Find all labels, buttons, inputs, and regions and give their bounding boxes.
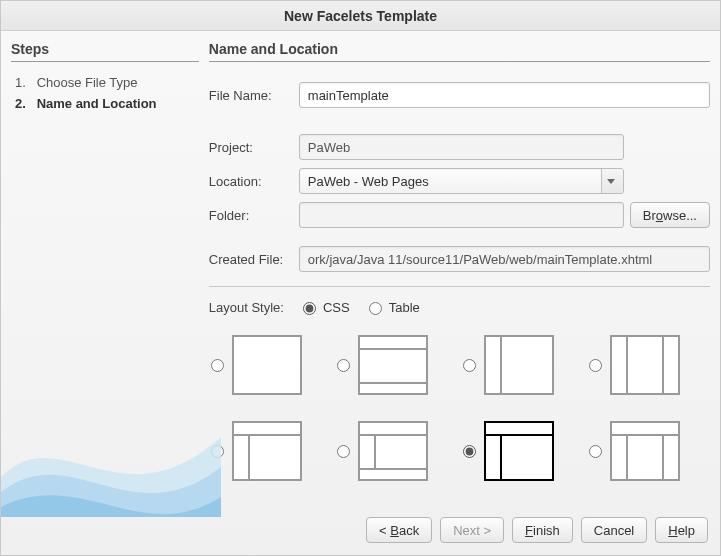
layout-radio[interactable] — [463, 359, 476, 372]
layout-thumb-header-footer — [358, 335, 428, 395]
help-button[interactable]: Help — [655, 517, 708, 543]
project-field: PaWeb — [299, 134, 624, 160]
layout-option[interactable] — [335, 411, 455, 491]
button-bar: < Back Next > Finish Cancel Help — [1, 507, 720, 555]
row-project: Project: PaWeb — [209, 134, 710, 160]
layout-option[interactable] — [587, 325, 707, 405]
layout-option[interactable] — [587, 411, 707, 491]
location-combobox[interactable]: PaWeb - Web Pages — [299, 168, 624, 194]
folder-field — [299, 202, 624, 228]
layout-option[interactable] — [461, 411, 581, 491]
browse-button[interactable]: Browse... — [630, 202, 710, 228]
dialog-window: New Facelets Template Steps 1. Choose Fi… — [0, 0, 721, 556]
layout-radio[interactable] — [589, 359, 602, 372]
layout-style-label: Layout Style: — [209, 300, 284, 315]
layout-option[interactable] — [209, 325, 329, 405]
layout-option[interactable] — [461, 325, 581, 405]
separator — [209, 286, 710, 287]
row-location: Location: PaWeb - Web Pages — [209, 168, 710, 194]
layout-thumb-blank — [232, 335, 302, 395]
form: File Name: Project: PaWeb Location: — [209, 82, 710, 491]
layout-thumb-header-left — [232, 421, 302, 481]
layout-radio[interactable] — [589, 445, 602, 458]
row-created-file: Created File: ork/java/Java 11/source11/… — [209, 246, 710, 272]
layout-style-css-radio[interactable] — [303, 302, 316, 315]
row-folder: Folder: Browse... — [209, 202, 710, 228]
main-panel: Name and Location File Name: Project: Pa… — [209, 41, 710, 507]
created-file-label: Created File: — [209, 252, 299, 267]
step-number: 1. — [15, 75, 33, 90]
folder-label: Folder: — [209, 208, 299, 223]
step-number: 2. — [15, 96, 33, 111]
step-label: Choose File Type — [37, 75, 138, 90]
step-item: 2. Name and Location — [15, 93, 199, 114]
location-value: PaWeb - Web Pages — [308, 174, 429, 189]
layout-style-css[interactable]: CSS — [298, 299, 350, 315]
steps-list: 1. Choose File Type 2. Name and Location — [11, 72, 199, 114]
created-file-value: ork/java/Java 11/source11/PaWeb/web/main… — [308, 252, 652, 267]
back-button[interactable]: < Back — [366, 517, 432, 543]
layout-thumb-header-left-right — [610, 421, 680, 481]
layout-option[interactable] — [335, 325, 455, 405]
file-name-input[interactable] — [299, 82, 710, 108]
layout-radio[interactable] — [337, 445, 350, 458]
layout-style-table-radio[interactable] — [369, 302, 382, 315]
layout-radio[interactable] — [211, 359, 224, 372]
layout-thumb-header-footer-left — [358, 421, 428, 481]
layout-radio[interactable] — [337, 359, 350, 372]
cancel-button[interactable]: Cancel — [581, 517, 647, 543]
layout-thumb-left-right — [610, 335, 680, 395]
steps-sidebar: Steps 1. Choose File Type 2. Name and Lo… — [11, 41, 199, 507]
row-layout-style: Layout Style: CSS Table — [209, 299, 710, 315]
file-name-label: File Name: — [209, 88, 299, 103]
step-label: Name and Location — [37, 96, 157, 111]
layout-style-table-label: Table — [389, 300, 420, 315]
next-button: Next > — [440, 517, 504, 543]
project-value: PaWeb — [308, 140, 350, 155]
decorative-wave-graphic — [1, 357, 221, 517]
dialog-content: Steps 1. Choose File Type 2. Name and Lo… — [1, 31, 720, 507]
layout-style-table[interactable]: Table — [364, 299, 420, 315]
titlebar: New Facelets Template — [1, 1, 720, 31]
row-file-name: File Name: — [209, 82, 710, 108]
layout-thumb-left — [484, 335, 554, 395]
layout-thumb-header-left-selected — [484, 421, 554, 481]
section-heading: Name and Location — [209, 41, 710, 62]
layout-thumbnails — [209, 325, 710, 491]
window-title: New Facelets Template — [284, 8, 437, 24]
layout-style-css-label: CSS — [323, 300, 350, 315]
chevron-down-icon — [601, 169, 623, 193]
steps-heading: Steps — [11, 41, 199, 62]
project-label: Project: — [209, 140, 299, 155]
layout-option[interactable] — [209, 411, 329, 491]
location-label: Location: — [209, 174, 299, 189]
layout-radio[interactable] — [211, 445, 224, 458]
layout-radio[interactable] — [463, 445, 476, 458]
created-file-field: ork/java/Java 11/source11/PaWeb/web/main… — [299, 246, 710, 272]
step-item: 1. Choose File Type — [15, 72, 199, 93]
finish-button[interactable]: Finish — [512, 517, 573, 543]
